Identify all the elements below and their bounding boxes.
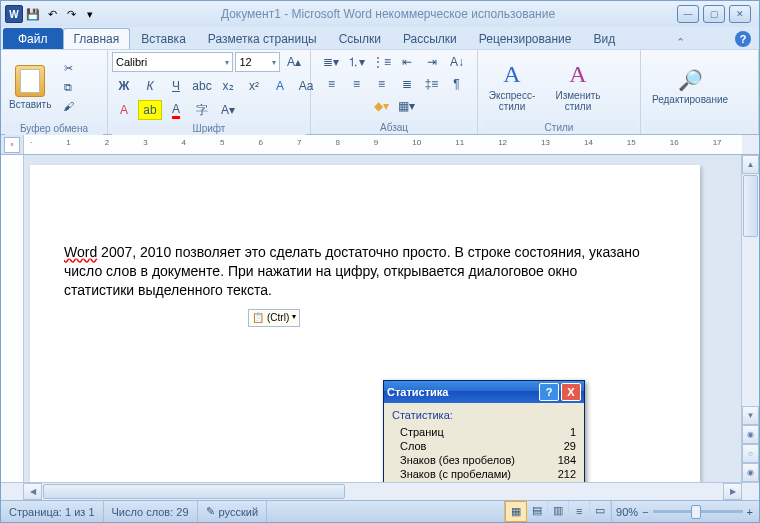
- print-layout-icon[interactable]: ▦: [505, 501, 527, 522]
- sort-icon[interactable]: A↓: [445, 52, 469, 72]
- grow-font-icon[interactable]: A▴: [282, 52, 306, 72]
- window-title: Документ1 - Microsoft Word некоммерческо…: [99, 7, 677, 21]
- superscript-button[interactable]: x²: [242, 76, 266, 96]
- horizontal-scrollbar[interactable]: ◀ ▶: [1, 482, 759, 500]
- numbering-icon[interactable]: ⒈▾: [344, 52, 368, 72]
- page[interactable]: Word 2007, 2010 позволяет это сделать до…: [30, 165, 700, 482]
- dialog-help-icon[interactable]: ?: [539, 383, 559, 401]
- dialog-titlebar[interactable]: Статистика ? X: [384, 381, 584, 403]
- format-painter-icon[interactable]: 🖌: [59, 98, 77, 114]
- close-button[interactable]: ✕: [729, 5, 751, 23]
- status-page[interactable]: Страница: 1 из 1: [1, 501, 104, 522]
- ruler-toggle[interactable]: [742, 135, 759, 154]
- strike-button[interactable]: abc: [190, 76, 214, 96]
- tab-home[interactable]: Главная: [63, 28, 131, 49]
- tab-file[interactable]: Файл: [3, 28, 63, 49]
- scroll-down-icon[interactable]: ▼: [742, 406, 759, 425]
- text-effects-icon[interactable]: A: [268, 76, 292, 96]
- align-left-icon[interactable]: ≡: [320, 74, 344, 94]
- help-icon[interactable]: ?: [735, 31, 751, 47]
- zoom-slider[interactable]: [653, 510, 743, 513]
- change-styles-icon: A: [569, 61, 586, 88]
- borders-icon[interactable]: ▦▾: [395, 96, 419, 116]
- stat-value: 29: [546, 440, 576, 452]
- undo-icon[interactable]: ↶: [43, 5, 61, 23]
- scroll-thumb[interactable]: [743, 175, 758, 237]
- bold-button[interactable]: Ж: [112, 76, 136, 96]
- browse-object-icon[interactable]: ○: [742, 444, 759, 463]
- save-icon[interactable]: 💾: [24, 5, 42, 23]
- paste-options-tag[interactable]: 📋 (Ctrl)▾: [248, 309, 300, 327]
- zoom-out-icon[interactable]: −: [642, 506, 648, 518]
- zoom-level[interactable]: 90%: [616, 506, 638, 518]
- clear-formatting-icon[interactable]: A: [112, 100, 136, 120]
- cut-icon[interactable]: ✂: [59, 60, 77, 76]
- tab-layout[interactable]: Разметка страницы: [197, 28, 328, 49]
- tab-view[interactable]: Вид: [582, 28, 626, 49]
- tab-insert[interactable]: Вставка: [130, 28, 197, 49]
- dialog-title: Статистика: [387, 386, 449, 398]
- statusbar: Страница: 1 из 1 Число слов: 29 ✎русский…: [1, 500, 759, 522]
- copy-icon[interactable]: ⧉: [59, 79, 77, 95]
- hscroll-left-icon[interactable]: ◀: [23, 483, 42, 500]
- show-marks-icon[interactable]: ¶: [445, 74, 469, 94]
- stat-row: Знаков (с пробелами)212: [392, 467, 576, 481]
- ruler-corner[interactable]: ▫: [1, 135, 24, 154]
- decrease-indent-icon[interactable]: ⇤: [395, 52, 419, 72]
- stat-key: Страниц: [400, 426, 546, 438]
- line-spacing-icon[interactable]: ‡≡: [420, 74, 444, 94]
- shrink-font-icon[interactable]: A▾: [216, 100, 240, 120]
- align-center-icon[interactable]: ≡: [345, 74, 369, 94]
- web-layout-icon[interactable]: ▥: [548, 501, 569, 520]
- word-icon[interactable]: W: [5, 5, 23, 23]
- bullets-icon[interactable]: ≣▾: [319, 52, 343, 72]
- hscroll-right-icon[interactable]: ▶: [723, 483, 742, 500]
- multilevel-icon[interactable]: ⋮≡: [369, 52, 394, 72]
- draft-icon[interactable]: ▭: [590, 501, 611, 520]
- maximize-button[interactable]: ▢: [703, 5, 725, 23]
- dialog-close-icon[interactable]: X: [561, 383, 581, 401]
- align-right-icon[interactable]: ≡: [370, 74, 394, 94]
- group-paragraph: ≣▾ ⒈▾ ⋮≡ ⇤ ⇥ A↓ ≡ ≡ ≡ ≣ ‡≡ ¶ ◆▾ ▦▾: [311, 50, 478, 134]
- editing-button[interactable]: 🔎 Редактирование: [645, 68, 735, 105]
- font-size-combo[interactable]: 12▾: [235, 52, 280, 72]
- shading-icon[interactable]: ◆▾: [370, 96, 394, 116]
- justify-icon[interactable]: ≣: [395, 74, 419, 94]
- paste-button[interactable]: Вставить: [5, 52, 55, 122]
- status-language[interactable]: ✎русский: [198, 501, 267, 522]
- next-page-icon[interactable]: ◉: [742, 463, 759, 482]
- tab-references[interactable]: Ссылки: [328, 28, 392, 49]
- group-label-clipboard: Буфер обмена: [5, 122, 103, 135]
- scroll-up-icon[interactable]: ▲: [742, 155, 759, 174]
- increase-indent-icon[interactable]: ⇥: [420, 52, 444, 72]
- font-color-icon[interactable]: A: [164, 100, 188, 120]
- change-styles-button[interactable]: A Изменить стили: [548, 61, 608, 112]
- spellcheck-word[interactable]: Word: [64, 244, 97, 260]
- italic-button[interactable]: К: [138, 76, 162, 96]
- quick-styles-button[interactable]: A Экспресс-стили: [482, 61, 542, 112]
- outline-icon[interactable]: ≡: [569, 501, 590, 520]
- group-label-styles: Стили: [482, 121, 636, 134]
- horizontal-ruler[interactable]: ·123456789101112131415161718: [24, 135, 742, 154]
- hscroll-thumb[interactable]: [43, 484, 345, 499]
- redo-icon[interactable]: ↷: [62, 5, 80, 23]
- vertical-ruler[interactable]: [1, 155, 24, 482]
- group-label-editing: [645, 121, 754, 134]
- enclosed-char-icon[interactable]: 字: [190, 100, 214, 120]
- qat-customize-icon[interactable]: ▾: [81, 5, 99, 23]
- fullscreen-reading-icon[interactable]: ▤: [527, 501, 548, 520]
- body-text[interactable]: 2007, 2010 позволяет это сделать достато…: [64, 244, 640, 298]
- minimize-ribbon-icon[interactable]: ⌃: [676, 36, 685, 49]
- font-name-combo[interactable]: Calibri▾: [112, 52, 233, 72]
- status-word-count[interactable]: Число слов: 29: [104, 501, 198, 522]
- minimize-button[interactable]: —: [677, 5, 699, 23]
- vertical-scrollbar[interactable]: ▲ ▼ ◉ ○ ◉: [741, 155, 759, 482]
- underline-button[interactable]: Ч: [164, 76, 188, 96]
- subscript-button[interactable]: x₂: [216, 76, 240, 96]
- zoom-in-icon[interactable]: +: [747, 506, 753, 518]
- tab-mailings[interactable]: Рассылки: [392, 28, 468, 49]
- prev-page-icon[interactable]: ◉: [742, 425, 759, 444]
- highlight-icon[interactable]: ab: [138, 100, 162, 120]
- group-font: Calibri▾ 12▾ A▴ Ж К Ч abc x₂ x² A Aa A a…: [108, 50, 311, 134]
- tab-review[interactable]: Рецензирование: [468, 28, 583, 49]
